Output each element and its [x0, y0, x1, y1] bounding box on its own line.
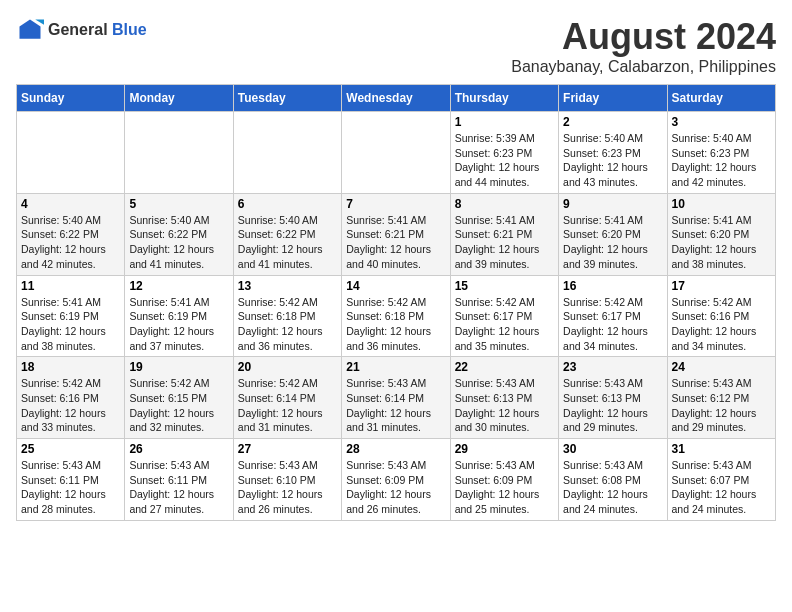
day-detail: Sunrise: 5:42 AM Sunset: 6:15 PM Dayligh… — [129, 376, 228, 435]
calendar-cell: 17Sunrise: 5:42 AM Sunset: 6:16 PM Dayli… — [667, 275, 775, 357]
day-detail: Sunrise: 5:41 AM Sunset: 6:21 PM Dayligh… — [346, 213, 445, 272]
calendar-cell: 8Sunrise: 5:41 AM Sunset: 6:21 PM Daylig… — [450, 193, 558, 275]
day-detail: Sunrise: 5:41 AM Sunset: 6:19 PM Dayligh… — [129, 295, 228, 354]
day-number: 5 — [129, 197, 228, 211]
calendar-cell — [17, 112, 125, 194]
day-number: 18 — [21, 360, 120, 374]
calendar-cell: 19Sunrise: 5:42 AM Sunset: 6:15 PM Dayli… — [125, 357, 233, 439]
day-detail: Sunrise: 5:42 AM Sunset: 6:18 PM Dayligh… — [346, 295, 445, 354]
day-number: 9 — [563, 197, 662, 211]
day-number: 22 — [455, 360, 554, 374]
day-number: 19 — [129, 360, 228, 374]
day-detail: Sunrise: 5:42 AM Sunset: 6:17 PM Dayligh… — [455, 295, 554, 354]
day-number: 25 — [21, 442, 120, 456]
calendar-cell: 16Sunrise: 5:42 AM Sunset: 6:17 PM Dayli… — [559, 275, 667, 357]
calendar-week-2: 4Sunrise: 5:40 AM Sunset: 6:22 PM Daylig… — [17, 193, 776, 275]
day-number: 20 — [238, 360, 337, 374]
day-detail: Sunrise: 5:41 AM Sunset: 6:20 PM Dayligh… — [672, 213, 771, 272]
day-detail: Sunrise: 5:43 AM Sunset: 6:13 PM Dayligh… — [455, 376, 554, 435]
calendar-cell: 12Sunrise: 5:41 AM Sunset: 6:19 PM Dayli… — [125, 275, 233, 357]
day-detail: Sunrise: 5:43 AM Sunset: 6:08 PM Dayligh… — [563, 458, 662, 517]
calendar-cell: 1Sunrise: 5:39 AM Sunset: 6:23 PM Daylig… — [450, 112, 558, 194]
calendar-cell: 11Sunrise: 5:41 AM Sunset: 6:19 PM Dayli… — [17, 275, 125, 357]
day-detail: Sunrise: 5:41 AM Sunset: 6:21 PM Dayligh… — [455, 213, 554, 272]
calendar-cell: 24Sunrise: 5:43 AM Sunset: 6:12 PM Dayli… — [667, 357, 775, 439]
day-number: 3 — [672, 115, 771, 129]
day-number: 8 — [455, 197, 554, 211]
day-number: 21 — [346, 360, 445, 374]
subtitle: Banaybanay, Calabarzon, Philippines — [511, 58, 776, 76]
logo: General Blue — [16, 16, 147, 44]
calendar-header: Sunday Monday Tuesday Wednesday Thursday… — [17, 85, 776, 112]
day-number: 1 — [455, 115, 554, 129]
day-number: 30 — [563, 442, 662, 456]
calendar-table: Sunday Monday Tuesday Wednesday Thursday… — [16, 84, 776, 521]
day-number: 16 — [563, 279, 662, 293]
day-detail: Sunrise: 5:41 AM Sunset: 6:20 PM Dayligh… — [563, 213, 662, 272]
calendar-week-5: 25Sunrise: 5:43 AM Sunset: 6:11 PM Dayli… — [17, 439, 776, 521]
col-sunday: Sunday — [17, 85, 125, 112]
day-detail: Sunrise: 5:42 AM Sunset: 6:16 PM Dayligh… — [21, 376, 120, 435]
col-friday: Friday — [559, 85, 667, 112]
calendar-cell: 20Sunrise: 5:42 AM Sunset: 6:14 PM Dayli… — [233, 357, 341, 439]
day-number: 28 — [346, 442, 445, 456]
calendar-cell: 25Sunrise: 5:43 AM Sunset: 6:11 PM Dayli… — [17, 439, 125, 521]
svg-marker-0 — [20, 20, 41, 39]
calendar-cell: 6Sunrise: 5:40 AM Sunset: 6:22 PM Daylig… — [233, 193, 341, 275]
day-detail: Sunrise: 5:40 AM Sunset: 6:22 PM Dayligh… — [21, 213, 120, 272]
day-number: 24 — [672, 360, 771, 374]
calendar-cell: 18Sunrise: 5:42 AM Sunset: 6:16 PM Dayli… — [17, 357, 125, 439]
calendar-cell: 30Sunrise: 5:43 AM Sunset: 6:08 PM Dayli… — [559, 439, 667, 521]
calendar-cell: 29Sunrise: 5:43 AM Sunset: 6:09 PM Dayli… — [450, 439, 558, 521]
day-detail: Sunrise: 5:43 AM Sunset: 6:09 PM Dayligh… — [455, 458, 554, 517]
day-detail: Sunrise: 5:43 AM Sunset: 6:09 PM Dayligh… — [346, 458, 445, 517]
logo-blue: Blue — [112, 21, 147, 38]
day-number: 12 — [129, 279, 228, 293]
calendar-cell: 21Sunrise: 5:43 AM Sunset: 6:14 PM Dayli… — [342, 357, 450, 439]
day-detail: Sunrise: 5:43 AM Sunset: 6:11 PM Dayligh… — [21, 458, 120, 517]
header: General Blue August 2024 Banaybanay, Cal… — [16, 16, 776, 76]
day-number: 27 — [238, 442, 337, 456]
day-number: 31 — [672, 442, 771, 456]
day-number: 23 — [563, 360, 662, 374]
col-tuesday: Tuesday — [233, 85, 341, 112]
day-number: 17 — [672, 279, 771, 293]
day-number: 2 — [563, 115, 662, 129]
day-detail: Sunrise: 5:43 AM Sunset: 6:11 PM Dayligh… — [129, 458, 228, 517]
logo-general: General — [48, 21, 108, 38]
day-number: 29 — [455, 442, 554, 456]
day-number: 4 — [21, 197, 120, 211]
calendar-body: 1Sunrise: 5:39 AM Sunset: 6:23 PM Daylig… — [17, 112, 776, 521]
day-number: 15 — [455, 279, 554, 293]
calendar-cell: 3Sunrise: 5:40 AM Sunset: 6:23 PM Daylig… — [667, 112, 775, 194]
day-detail: Sunrise: 5:39 AM Sunset: 6:23 PM Dayligh… — [455, 131, 554, 190]
calendar-cell: 26Sunrise: 5:43 AM Sunset: 6:11 PM Dayli… — [125, 439, 233, 521]
day-detail: Sunrise: 5:43 AM Sunset: 6:07 PM Dayligh… — [672, 458, 771, 517]
col-thursday: Thursday — [450, 85, 558, 112]
calendar-cell: 10Sunrise: 5:41 AM Sunset: 6:20 PM Dayli… — [667, 193, 775, 275]
col-saturday: Saturday — [667, 85, 775, 112]
calendar-cell: 2Sunrise: 5:40 AM Sunset: 6:23 PM Daylig… — [559, 112, 667, 194]
calendar-cell: 7Sunrise: 5:41 AM Sunset: 6:21 PM Daylig… — [342, 193, 450, 275]
title-area: August 2024 Banaybanay, Calabarzon, Phil… — [511, 16, 776, 76]
day-detail: Sunrise: 5:40 AM Sunset: 6:22 PM Dayligh… — [129, 213, 228, 272]
calendar-cell: 27Sunrise: 5:43 AM Sunset: 6:10 PM Dayli… — [233, 439, 341, 521]
calendar-cell: 23Sunrise: 5:43 AM Sunset: 6:13 PM Dayli… — [559, 357, 667, 439]
col-wednesday: Wednesday — [342, 85, 450, 112]
calendar-cell: 13Sunrise: 5:42 AM Sunset: 6:18 PM Dayli… — [233, 275, 341, 357]
day-detail: Sunrise: 5:42 AM Sunset: 6:17 PM Dayligh… — [563, 295, 662, 354]
day-number: 14 — [346, 279, 445, 293]
day-number: 13 — [238, 279, 337, 293]
calendar-cell: 9Sunrise: 5:41 AM Sunset: 6:20 PM Daylig… — [559, 193, 667, 275]
day-detail: Sunrise: 5:42 AM Sunset: 6:18 PM Dayligh… — [238, 295, 337, 354]
main-title: August 2024 — [511, 16, 776, 58]
day-detail: Sunrise: 5:43 AM Sunset: 6:10 PM Dayligh… — [238, 458, 337, 517]
calendar-cell: 5Sunrise: 5:40 AM Sunset: 6:22 PM Daylig… — [125, 193, 233, 275]
calendar-cell — [342, 112, 450, 194]
day-number: 6 — [238, 197, 337, 211]
calendar-cell — [233, 112, 341, 194]
calendar-cell: 14Sunrise: 5:42 AM Sunset: 6:18 PM Dayli… — [342, 275, 450, 357]
day-detail: Sunrise: 5:40 AM Sunset: 6:23 PM Dayligh… — [672, 131, 771, 190]
calendar-week-1: 1Sunrise: 5:39 AM Sunset: 6:23 PM Daylig… — [17, 112, 776, 194]
logo-icon — [16, 16, 44, 44]
